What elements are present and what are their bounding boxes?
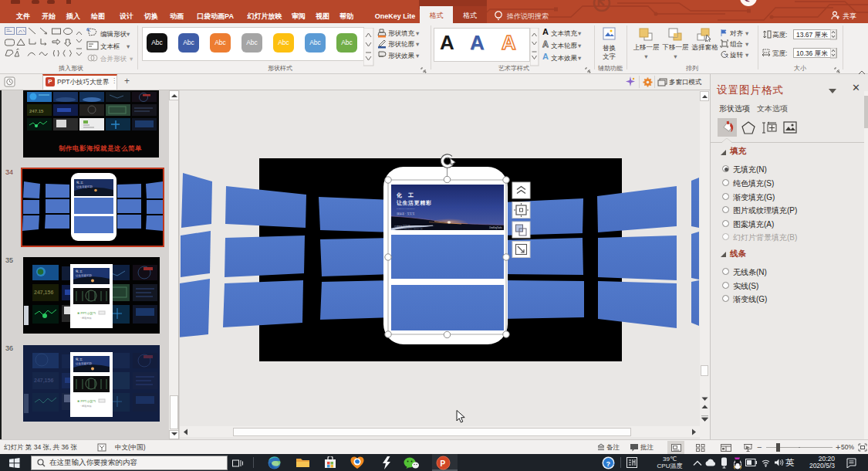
svg-text:CHEMICAL INDUSTRY TEMPLATE: CHEMICAL INDUSTRY TEMPLATE <box>394 228 423 229</box>
svg-text:化 工: 化 工 <box>396 192 416 198</box>
svg-text:CHEMICAL INDUSTRY: CHEMICAL INDUSTRY <box>397 208 416 209</box>
svg-text:?: ? <box>606 460 611 468</box>
svg-text:演讲者 · 某某某: 演讲者 · 某某某 <box>397 212 415 215</box>
svg-text:P: P <box>441 459 446 468</box>
svg-text:OneKeyTools: OneKeyTools <box>489 226 502 229</box>
svg-text:让生活更精彩: 让生活更精彩 <box>396 200 432 206</box>
